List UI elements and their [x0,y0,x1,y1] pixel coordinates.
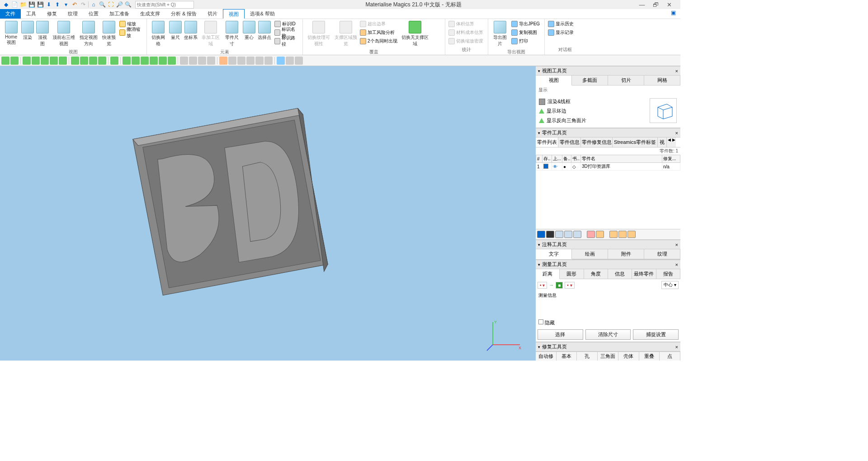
tab-basic[interactable]: 基本 [557,352,577,361]
snap-settings-button[interactable]: 捕捉设置 [633,329,679,340]
tb-tri6-icon[interactable] [228,57,236,65]
history-button[interactable]: 显示历史 [547,20,575,28]
tab-section[interactable]: 多截面 [572,76,608,85]
tb-tree1-icon[interactable] [23,57,31,65]
mini-export-icon[interactable] [618,231,627,238]
tab-distance[interactable]: 距离 [536,269,560,279]
menu-tools[interactable]: 工具 [21,9,42,19]
panel-fix-header[interactable]: 修复工具页× [536,342,680,352]
viewport-3d[interactable]: X Y [0,66,536,361]
tab-overlap[interactable]: 重叠 [639,352,660,361]
islands-button[interactable]: 2个岛同时出现 [359,37,398,45]
open-icon[interactable]: 📁 [19,1,27,8]
tab-mesh[interactable]: 网格 [644,76,680,85]
tab-attach[interactable]: 附件 [608,249,644,259]
export-jpeg-button[interactable]: 导出JPEG [510,20,541,28]
tab-final[interactable]: 最终零件 [632,269,656,279]
tab-circle[interactable]: 圆形 [560,269,584,279]
tb-select-icon[interactable] [10,57,19,65]
import-icon[interactable]: ⬇ [45,1,52,8]
part-dim-button[interactable]: 零件尺寸 [223,20,241,48]
undo-icon[interactable]: ↶ [71,1,78,8]
mat-cost-button[interactable]: 材料成本估算 [448,29,484,37]
menu-texture[interactable]: 纹理 [62,9,83,19]
tb-box5-icon[interactable] [159,57,167,65]
tb-tri4-icon[interactable] [207,57,215,65]
tab-point[interactable]: 点 [660,352,680,361]
hide-checkbox[interactable] [538,319,543,324]
mini-more-icon[interactable] [627,231,636,238]
zoom-in-icon[interactable]: 🔍 [99,1,106,8]
home-view-button[interactable]: Home视图 [2,20,20,47]
centroid-button[interactable]: 重心 [242,20,256,42]
tb-tri13-icon[interactable] [295,57,303,65]
support-preview-button[interactable]: 支撑区域预览 [333,20,358,48]
tb-tree2-icon[interactable] [32,57,40,65]
panel-measure-header[interactable]: 测量工具页× [536,260,680,269]
tab-report[interactable]: 报告 [656,269,680,279]
menu-analyze[interactable]: 分析 & 报告 [165,9,202,19]
zoom-fit-icon[interactable]: ⛶ [107,1,114,8]
panel-close-icon[interactable]: × [675,242,678,247]
menu-options[interactable]: 选项& 帮助 [245,9,280,19]
minimize-button[interactable]: — [637,1,646,8]
panel-parts-header[interactable]: 零件工具页× [536,128,680,138]
saveas-icon[interactable]: 💾 [37,1,44,8]
mini-save-icon[interactable] [609,231,618,238]
risk-button[interactable]: 加工风险分析 [359,29,398,37]
vol-est-button[interactable]: 体积估算 [448,20,484,28]
tab-tri[interactable]: 三角面片 [598,352,618,361]
tb-tri7-icon[interactable] [237,57,245,65]
panel-close-icon[interactable]: × [675,130,678,136]
mini-show-icon[interactable] [573,231,581,238]
print-button[interactable]: 打印 [510,37,541,45]
tb-box2-icon[interactable] [132,57,140,65]
clear-dim-button[interactable]: 清除尺寸 [585,329,631,340]
ribbon-collapse-icon[interactable]: ▣ [670,9,677,16]
tb-clover3-icon[interactable] [89,57,97,65]
panel-close-icon[interactable]: × [675,68,678,74]
table-row[interactable]: 1 👁 ● ◇ 3D打印资源库 n/a [536,163,680,171]
tab-part-fix[interactable]: 零件修复信息 [581,138,613,147]
mini-desel-icon[interactable] [546,231,554,238]
orientation-cube[interactable] [650,98,677,123]
menu-file[interactable]: 文件 [0,9,21,19]
mini-del-icon[interactable] [587,231,595,238]
top-view-button[interactable]: 顶视图 [35,20,50,48]
tb-clover1-icon[interactable] [71,57,79,65]
panel-view-tools-header[interactable]: 视图工具页× [536,66,680,76]
maximize-button[interactable]: 🗗 [651,1,660,8]
tb-lasso-icon[interactable] [50,57,58,65]
tab-hole[interactable]: 孔 [577,352,598,361]
tb-box1-icon[interactable] [123,57,131,65]
texture-vis-button[interactable]: 切换纹理可视性 [305,20,332,48]
col-num[interactable]: # [536,155,542,163]
dropdown-icon[interactable]: ▾ [62,1,70,8]
col-f[interactable]: 备.. [562,155,571,163]
tag-path-button[interactable]: 标识路径 [274,37,300,45]
mini-invert-icon[interactable] [555,231,563,238]
mini-sel-all-icon[interactable] [537,231,545,238]
tb-tri10-icon[interactable] [264,57,273,65]
save-icon[interactable]: 💾 [28,1,35,8]
tb-tri1-icon[interactable] [180,57,188,65]
specify-view-button[interactable]: 指定视图方向 [78,20,99,48]
meas-to-dropdown[interactable]: ■ [556,282,563,289]
zoom-out-icon[interactable]: 🔎 [116,1,123,8]
copy-view-button[interactable]: 复制视图 [510,29,541,37]
tb-clover2-icon[interactable] [80,57,88,65]
menu-slice[interactable]: 切片 [202,9,223,19]
toggle-grid-button[interactable]: 切换网格 [149,20,168,48]
tb-tri9-icon[interactable] [255,57,264,65]
mini-copy-icon[interactable] [596,231,604,238]
undo-zoom-button[interactable]: 撤消缩放 [118,29,144,37]
col-w[interactable]: 书.. [571,155,581,163]
select-point-button[interactable]: 选择点 [257,20,273,42]
tb-plane-icon[interactable] [41,57,49,65]
tab-text[interactable]: 文字 [536,249,572,259]
tb-tri11-icon[interactable] [277,57,285,65]
tab-draw[interactable]: 绘画 [572,249,608,259]
col-fix[interactable]: 修复... [662,155,680,163]
tb-box6-icon[interactable] [168,57,176,65]
non-build-button[interactable]: 非加工区域 [200,20,222,48]
